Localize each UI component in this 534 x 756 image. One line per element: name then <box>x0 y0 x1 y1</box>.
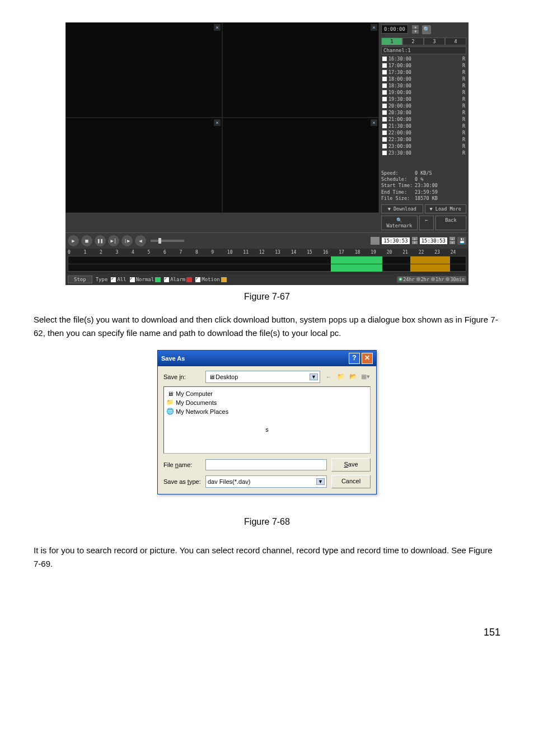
stop-button[interactable]: Stop <box>68 276 92 283</box>
time-input-start[interactable]: 15:30:53 <box>382 237 409 244</box>
file-checkbox[interactable] <box>382 130 387 135</box>
speed-slider[interactable] <box>151 240 184 242</box>
checkbox-normal[interactable] <box>130 277 135 282</box>
file-row[interactable]: 18:00:00R <box>381 76 466 82</box>
chevron-down-icon[interactable]: ▼ <box>310 374 318 380</box>
save-icon[interactable]: 💾 <box>457 237 466 245</box>
player-controls: ▶ ■ ❚❚ ▶| ❘▶ ◀ 15:30:53 ▲▼ 15:30:53 ▲▼ 💾 <box>65 232 469 249</box>
time-spinner[interactable]: ▲▼ <box>412 25 419 34</box>
file-time: 20:30:00 <box>388 110 462 115</box>
file-time: 18:30:00 <box>388 83 462 88</box>
list-item[interactable]: 📁My Documents <box>166 398 368 407</box>
close-icon[interactable]: ✕ <box>362 353 373 364</box>
file-row[interactable]: 22:30:00R <box>381 136 466 143</box>
channel-tab-2[interactable]: 2 <box>402 38 424 45</box>
help-icon[interactable]: ? <box>349 353 360 364</box>
file-checkbox[interactable] <box>382 104 387 108</box>
meta-value: 23:59:59 <box>415 189 438 195</box>
file-checkbox[interactable] <box>382 117 387 122</box>
file-checkbox[interactable] <box>382 63 387 68</box>
file-row[interactable]: 19:00:00R <box>381 89 466 96</box>
chevron-down-icon[interactable]: ▼ <box>316 478 325 485</box>
stop-icon[interactable]: ■ <box>81 235 92 246</box>
zoom-1hr[interactable]: 1hr <box>431 277 444 282</box>
checkbox-all[interactable] <box>111 277 116 282</box>
computer-icon: 🖥 <box>166 390 174 398</box>
hour-tick: 12 <box>259 250 275 255</box>
file-row[interactable]: 23:00:00R <box>381 143 466 150</box>
play-icon[interactable]: ▶ <box>68 235 79 246</box>
download-button[interactable]: ▼ Download <box>381 204 423 213</box>
file-type: R <box>462 130 465 136</box>
channel-tab-1[interactable]: 1 <box>381 38 402 45</box>
close-icon[interactable]: × <box>214 24 221 31</box>
save-as-type-combo[interactable]: dav Files(*.dav) ▼ <box>205 475 327 488</box>
file-list-pane[interactable]: 🖥My Computer 📁My Documents 🌐My Network P… <box>163 386 371 454</box>
save-in-combo[interactable]: 🖥 Desktop ▼ <box>205 371 320 383</box>
list-item[interactable]: 🌐My Network Places <box>166 407 368 416</box>
calendar-icon[interactable] <box>371 237 380 245</box>
file-checkbox[interactable] <box>382 97 387 101</box>
time-input-end[interactable]: 15:30:53 <box>420 237 447 244</box>
file-checkbox[interactable] <box>382 144 387 148</box>
file-checkbox[interactable] <box>382 124 387 128</box>
file-checkbox[interactable] <box>382 70 387 74</box>
file-checkbox[interactable] <box>382 110 387 115</box>
back-arrow-button[interactable]: ← <box>419 216 434 230</box>
file-row[interactable]: 17:00:00R <box>381 62 466 69</box>
close-icon[interactable]: × <box>214 119 221 126</box>
file-checkbox[interactable] <box>382 90 387 95</box>
file-row[interactable]: 16:30:00R <box>381 55 466 62</box>
channel-tab-3[interactable]: 3 <box>424 38 445 45</box>
video-cell-1[interactable]: × <box>65 22 222 118</box>
next-frame-icon[interactable]: ▶| <box>108 235 119 246</box>
file-row[interactable]: 19:30:00R <box>381 96 466 102</box>
network-icon: 🌐 <box>166 408 174 416</box>
rewind-icon[interactable]: ◀ <box>135 235 146 246</box>
file-row[interactable]: 20:00:00R <box>381 102 466 109</box>
up-folder-icon[interactable]: 📁 <box>336 372 346 382</box>
back-button[interactable]: Back <box>435 216 466 230</box>
new-folder-icon[interactable]: 📂 <box>348 372 358 382</box>
close-icon[interactable]: × <box>371 24 377 31</box>
watermark-button[interactable]: 🔍 Watermark <box>381 216 418 230</box>
fast-forward-icon[interactable]: ❘▶ <box>121 235 133 246</box>
zoom-24hr[interactable]: 24hr <box>399 277 414 282</box>
file-checkbox[interactable] <box>382 77 387 81</box>
zoom-2hr[interactable]: 2hr <box>416 277 429 282</box>
time-spinner-1[interactable]: ▲▼ <box>412 237 418 245</box>
video-cell-2[interactable]: × <box>222 22 379 118</box>
video-cell-3[interactable]: × <box>65 118 222 213</box>
video-cell-4[interactable]: × <box>222 118 379 213</box>
checkbox-alarm[interactable] <box>164 277 169 282</box>
load-more-button[interactable]: ▼ Load More <box>425 204 467 213</box>
time-spinner-2[interactable]: ▲▼ <box>449 237 455 245</box>
file-row[interactable]: 23:30:00R <box>381 150 466 156</box>
file-row[interactable]: 21:30:00R <box>381 123 466 129</box>
zoom-30min[interactable]: 30min <box>446 277 465 282</box>
back-nav-icon[interactable]: ← <box>324 372 334 382</box>
checkbox-motion[interactable] <box>195 277 200 282</box>
list-item[interactable]: 🖥My Computer <box>166 389 368 398</box>
file-checkbox[interactable] <box>382 83 387 88</box>
close-icon[interactable]: × <box>371 119 377 126</box>
file-checkbox[interactable] <box>382 151 387 155</box>
file-type: R <box>462 103 465 109</box>
pause-icon[interactable]: ❚❚ <box>95 235 106 246</box>
file-row[interactable]: 20:30:00R <box>381 109 466 116</box>
file-row[interactable]: 18:30:00R <box>381 82 466 89</box>
file-checkbox[interactable] <box>382 137 387 142</box>
search-icon[interactable]: 🔍 <box>422 25 431 34</box>
save-button[interactable]: Save <box>331 458 371 472</box>
file-name-input[interactable] <box>205 459 327 470</box>
file-row[interactable]: 21:00:00R <box>381 116 466 123</box>
views-icon[interactable]: ▦▾ <box>360 372 371 382</box>
file-row[interactable]: 22:00:00R <box>381 129 466 136</box>
meta-value: 0 KB/S <box>415 170 432 176</box>
timeline-tracks[interactable] <box>68 256 466 272</box>
file-row[interactable]: 17:30:00R <box>381 69 466 76</box>
file-checkbox[interactable] <box>382 57 387 61</box>
cancel-button[interactable]: Cancel <box>331 475 371 488</box>
save-as-dialog: Save As ? ✕ Save in: 🖥 Desktop ▼ ← 📁 📂 ▦… <box>157 350 377 494</box>
channel-tab-4[interactable]: 4 <box>445 38 466 45</box>
